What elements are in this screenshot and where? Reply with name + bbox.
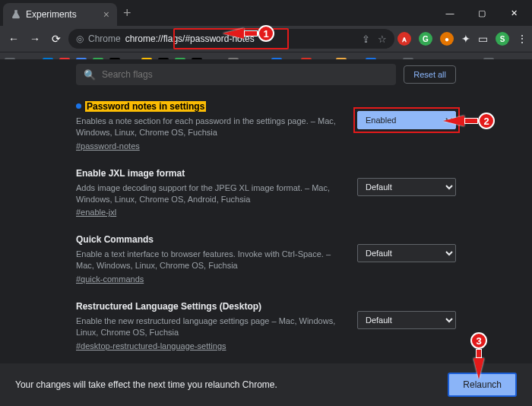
browser-tab[interactable]: Experiments × bbox=[3, 3, 117, 26]
annotation-2: 2 bbox=[443, 113, 495, 129]
forward-button[interactable]: → bbox=[26, 30, 44, 48]
site-info-icon: ◎ bbox=[76, 33, 84, 44]
flask-icon bbox=[11, 9, 21, 20]
flag-select[interactable]: Default bbox=[357, 178, 456, 196]
settings-menu-icon[interactable]: ▭ bbox=[478, 33, 488, 45]
flag-title: Enable JXL image format bbox=[76, 168, 185, 179]
back-button[interactable]: ← bbox=[5, 30, 23, 48]
flag-title: Password notes in settings bbox=[85, 101, 206, 112]
search-icon: 🔍 bbox=[84, 69, 96, 81]
ext-icon-2[interactable]: G bbox=[419, 32, 432, 46]
relaunch-footer: Your changes will take effect the next t… bbox=[0, 363, 532, 406]
extension-icons: ᴀ G ● ✦ ▭ S ⋮ bbox=[397, 32, 527, 46]
reset-all-button[interactable]: Reset all bbox=[404, 65, 456, 84]
minimize-button[interactable]: — bbox=[435, 2, 465, 24]
flag-select[interactable]: Default bbox=[357, 311, 456, 329]
flag-row: Restructured Language Settings (Desktop)… bbox=[76, 299, 456, 352]
flag-anchor-link[interactable]: #desktop-restructured-language-settings bbox=[76, 341, 226, 350]
flag-anchor-link[interactable]: #password-notes bbox=[76, 141, 140, 151]
profile-avatar[interactable]: S bbox=[496, 32, 509, 46]
close-window-button[interactable]: ✕ bbox=[499, 2, 529, 24]
flag-row: Password notes in settings Enables a not… bbox=[76, 99, 456, 152]
new-tab-button[interactable]: + bbox=[123, 5, 131, 21]
flag-select[interactable]: Default bbox=[357, 244, 456, 262]
flag-title: Restructured Language Settings (Desktop) bbox=[76, 301, 261, 312]
reload-button[interactable]: ⟳ bbox=[47, 30, 65, 48]
extensions-icon[interactable]: ✦ bbox=[461, 33, 470, 45]
annotation-1: 1 bbox=[223, 25, 274, 42]
window-controls: — ▢ ✕ bbox=[435, 2, 529, 24]
maximize-button[interactable]: ▢ bbox=[467, 2, 497, 24]
flag-anchor-link[interactable]: #quick-commands bbox=[76, 274, 144, 284]
tab-title: Experiments bbox=[26, 9, 99, 20]
flag-description: Enables a note section for each password… bbox=[76, 116, 342, 138]
ext-icon-3[interactable]: ● bbox=[440, 32, 454, 46]
flag-description: Enable a text interface to browser featu… bbox=[76, 249, 342, 271]
share-icon[interactable]: ⇪ bbox=[362, 33, 370, 45]
flag-row: Enable JXL image format Adds image decod… bbox=[76, 166, 456, 219]
kebab-menu-icon[interactable]: ⋮ bbox=[517, 33, 527, 45]
flag-anchor-link[interactable]: #enable-jxl bbox=[76, 208, 116, 217]
omnibox-prefix: Chrome bbox=[88, 33, 121, 44]
ext-icon-1[interactable]: ᴀ bbox=[397, 32, 411, 46]
search-input[interactable] bbox=[102, 69, 388, 80]
flag-title: Quick Commands bbox=[76, 234, 154, 245]
flag-description: Enable the new restructured language set… bbox=[76, 316, 342, 338]
footer-text: Your changes will take effect the next t… bbox=[15, 379, 277, 390]
search-box[interactable]: 🔍 bbox=[76, 64, 396, 85]
flag-description: Adds image decoding support for the JPEG… bbox=[76, 182, 342, 205]
flags-page: 🔍 Reset all Password notes in settings E… bbox=[0, 59, 532, 406]
flag-row: Quick Commands Enable a text interface t… bbox=[76, 232, 456, 285]
annotation-3: 3 bbox=[470, 332, 487, 379]
modified-indicator-icon bbox=[76, 103, 81, 109]
window-titlebar: Experiments × + — ▢ ✕ bbox=[0, 0, 532, 26]
bookmark-icon[interactable]: ☆ bbox=[378, 33, 387, 45]
close-icon[interactable]: × bbox=[103, 8, 109, 21]
